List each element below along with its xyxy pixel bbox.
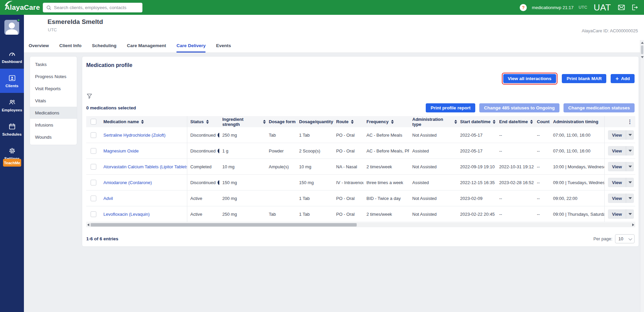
medication-name-link[interactable]: Advil — [103, 196, 113, 201]
print-blank-mar-button[interactable]: Print blank MAR — [562, 74, 606, 83]
end-date-time: -- — [496, 148, 534, 153]
help-icon[interactable]: ? — [520, 4, 527, 11]
sort-icon[interactable] — [493, 120, 495, 124]
view-dropdown-caret[interactable] — [626, 146, 634, 155]
row-checkbox[interactable] — [91, 148, 96, 154]
count: -- — [534, 180, 550, 185]
sort-icon[interactable] — [141, 120, 144, 124]
tab-care-delivery[interactable]: Care Delivery — [176, 40, 205, 53]
view-all-interactions-button[interactable]: View all interactions — [503, 74, 556, 83]
column-header-frequency[interactable]: Frequency — [363, 116, 409, 127]
sidebar-item-dashboard[interactable]: Dashboard — [0, 44, 24, 69]
view-button[interactable]: View — [608, 209, 634, 219]
global-search[interactable] — [43, 3, 142, 12]
add-medication-button[interactable]: + Add — [611, 74, 635, 83]
column-header-ingredient-strength[interactable]: Ingredient strength — [219, 116, 266, 127]
row-checkbox[interactable] — [91, 180, 96, 185]
teachme-button[interactable]: TeachMe — [3, 159, 21, 167]
subnav-item-visit-reports[interactable]: Visit Reports — [30, 82, 77, 95]
column-header-end-date-time[interactable]: End date/time — [496, 116, 534, 127]
row-checkbox[interactable] — [91, 211, 96, 217]
page-title: Medication profile — [86, 62, 635, 68]
row-checkbox[interactable] — [91, 132, 96, 138]
logo-leaf-icon — [4, 0, 13, 6]
client-header: Esmerelda Smeltd UTC AlayaCare ID: AC000… — [24, 15, 644, 53]
scroll-up-arrow[interactable] — [641, 42, 644, 44]
medication-profile-card: Medication profile View all interactions… — [82, 56, 639, 247]
filter-funnel-icon[interactable] — [86, 93, 93, 99]
sort-icon[interactable] — [454, 120, 457, 124]
sort-icon[interactable] — [206, 120, 209, 124]
view-button[interactable]: View — [608, 146, 634, 155]
tab-events[interactable]: Events — [216, 40, 231, 53]
column-header-route[interactable]: Route — [333, 116, 363, 127]
column-header-medication-name[interactable]: Medication name — [100, 116, 187, 127]
subnav-item-wounds[interactable]: Wounds — [30, 131, 77, 143]
sidebar-item-clients[interactable]: Clients — [0, 69, 24, 93]
subnav-item-medications[interactable]: Medications — [30, 107, 77, 119]
vertical-scroll-thumb[interactable] — [641, 45, 643, 54]
alayacare-logo[interactable]: AlayaCare — [5, 3, 40, 11]
view-dropdown-caret[interactable] — [626, 178, 634, 187]
tab-client-info[interactable]: Client Info — [59, 40, 82, 53]
administration-type: Not Assisted — [409, 133, 457, 138]
view-button[interactable]: View — [608, 194, 634, 203]
column-header-administration-type[interactable]: Administration type — [409, 116, 457, 127]
dosage-quantity: 1 Tab — [296, 196, 333, 201]
view-dropdown-caret[interactable] — [626, 194, 634, 203]
tab-care-management[interactable]: Care Management — [127, 40, 166, 53]
medication-name-link[interactable]: Levofloxacin (Levaquin) — [103, 212, 150, 217]
medication-name-link[interactable]: Atorvastatin Calcium Tablets (Lipitor Ta… — [103, 164, 187, 169]
view-button[interactable]: View — [608, 178, 634, 187]
status-text: Discontinued — [190, 180, 216, 185]
search-input[interactable] — [54, 5, 139, 10]
view-button[interactable]: View — [608, 162, 634, 171]
medication-name-link[interactable]: Amiodarone (Cordarone) — [103, 180, 152, 185]
per-page-select[interactable]: 10 — [615, 234, 635, 243]
tab-overview[interactable]: Overview — [29, 40, 49, 53]
sidebar-item-schedules[interactable]: Schedules — [0, 117, 24, 141]
view-button[interactable]: View — [608, 130, 634, 140]
change-485-statuses-to-ongoing-button[interactable]: Change 485 statuses to Ongoing — [479, 103, 559, 112]
subnav-item-infusions[interactable]: Infusions — [30, 119, 77, 131]
medications-table: Medication nameStatusIngredient strength… — [86, 116, 635, 227]
ingredient-strength: 250 mg — [219, 212, 266, 217]
view-dropdown-caret[interactable] — [626, 130, 634, 140]
medication-name-link[interactable]: Magnesium Oxide — [103, 148, 139, 153]
row-checkbox[interactable] — [91, 164, 96, 170]
scroll-left-arrow[interactable] — [87, 223, 89, 226]
table-horizontal-scrollbar[interactable] — [86, 222, 635, 227]
column-header-start-date-time[interactable]: Start date/time — [457, 116, 496, 127]
tab-scheduling[interactable]: Scheduling — [92, 40, 117, 53]
view-dropdown-caret[interactable] — [626, 162, 634, 171]
subnav-item-progress-notes[interactable]: Progress Notes — [30, 70, 77, 82]
status-text: Active — [190, 212, 202, 217]
change-medication-statuses-button[interactable]: Change medication statuses — [564, 103, 635, 112]
kebab-menu-icon[interactable]: ⋮ — [627, 118, 633, 125]
sort-icon[interactable] — [351, 120, 354, 124]
sort-icon[interactable] — [530, 120, 533, 124]
row-checkbox[interactable] — [91, 196, 96, 201]
print-profile-report-button[interactable]: Print profile report — [426, 103, 475, 112]
subnav-item-vitals[interactable]: Vitals — [30, 95, 77, 107]
logout-icon[interactable] — [631, 3, 639, 11]
medication-name-link[interactable]: Sertraline Hydrochloride (Zoloft) — [103, 133, 165, 138]
select-all-checkbox[interactable] — [91, 119, 96, 125]
page-scrollbar[interactable] — [640, 40, 644, 312]
messages-icon[interactable] — [617, 3, 625, 11]
client-photo[interactable] — [29, 19, 42, 33]
subnav-item-tasks[interactable]: Tasks — [30, 58, 77, 70]
column-header-status[interactable]: Status — [187, 116, 219, 127]
user-avatar[interactable] — [4, 20, 19, 35]
horizontal-scroll-thumb[interactable] — [91, 223, 357, 227]
client-id: AlayaCare ID: AC000000025 — [582, 28, 638, 33]
view-dropdown-caret[interactable] — [626, 209, 634, 219]
column-header-dosage-quantity: Dosage/quantity — [296, 116, 333, 127]
sidebar-item-employees[interactable]: Employees — [0, 93, 24, 117]
sort-icon[interactable] — [391, 120, 394, 124]
administration-type: Not Assisted — [409, 164, 457, 169]
sort-icon[interactable] — [263, 120, 266, 124]
scroll-down-arrow[interactable] — [641, 56, 644, 58]
search-icon — [46, 5, 52, 10]
scroll-right-arrow[interactable] — [632, 223, 634, 226]
